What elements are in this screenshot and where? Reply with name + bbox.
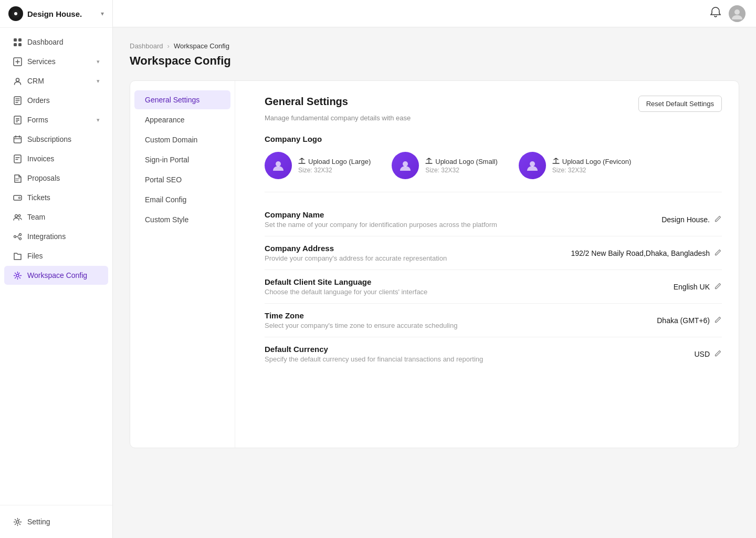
config-nav-email-config[interactable]: Email Config <box>134 190 230 209</box>
field-company-name: Company Name Set the name of your compan… <box>265 203 722 236</box>
proposals-icon <box>13 173 22 183</box>
sidebar-item-tickets[interactable]: Tickets <box>4 188 108 207</box>
config-nav-portal-seo[interactable]: Portal SEO <box>134 170 230 189</box>
logo-placeholder-large <box>265 152 292 179</box>
config-sidebar-nav: General Settings Appearance Custom Domai… <box>130 81 235 448</box>
logo-upload-small[interactable]: Upload Logo (Small) Size: 32X32 <box>392 152 498 179</box>
config-nav-general-settings[interactable]: General Settings <box>134 90 230 109</box>
field-company-address: Company Address Provide your company's a… <box>265 236 722 270</box>
logo-upload-favicon-size: Size: 32X32 <box>552 167 632 174</box>
content-area: Dashboard › Workspace Config Workspace C… <box>113 27 756 538</box>
sidebar-item-invoices[interactable]: Invoices <box>4 149 108 168</box>
main-content: Dashboard › Workspace Config Workspace C… <box>113 0 756 538</box>
default-currency-edit-icon[interactable] <box>714 349 722 359</box>
sidebar-item-forms[interactable]: Forms ▾ <box>4 110 108 129</box>
forms-icon <box>13 115 22 125</box>
company-address-value: 192/2 New Baily Road,Dhaka, Bangladesh <box>571 249 710 257</box>
services-chevron-icon: ▾ <box>97 58 100 65</box>
sidebar-item-workspace-config-label: Workspace Config <box>27 271 87 280</box>
sidebar-item-proposals[interactable]: Proposals <box>4 169 108 188</box>
company-name-desc: Set the name of your company for identif… <box>265 221 497 229</box>
svg-point-16 <box>18 197 20 199</box>
topbar <box>113 0 756 27</box>
brand-chevron-icon: ▾ <box>101 10 104 17</box>
sidebar-item-crm[interactable]: CRM ▾ <box>4 71 108 90</box>
files-icon <box>13 251 22 261</box>
divider-logo-fields <box>265 192 722 192</box>
section-title: General Settings <box>265 96 348 108</box>
logo-placeholder-small <box>392 152 419 179</box>
company-address-edit-icon[interactable] <box>714 249 722 258</box>
config-nav-appearance[interactable]: Appearance <box>134 110 230 129</box>
sidebar-item-setting[interactable]: Setting <box>4 512 108 531</box>
svg-point-26 <box>276 161 281 167</box>
logo-upload-large-label: Upload Logo (Large) <box>298 158 371 165</box>
sidebar-item-dashboard[interactable]: Dashboard <box>4 33 108 51</box>
svg-rect-4 <box>14 43 17 46</box>
default-currency-desc: Specify the default currency used for fi… <box>265 355 483 363</box>
config-main-content: General Settings Reset Default Settings … <box>248 81 739 448</box>
page-title: Workspace Config <box>130 54 739 68</box>
client-site-language-edit-icon[interactable] <box>714 282 722 292</box>
sidebar-item-services[interactable]: Services ▾ <box>4 52 108 71</box>
logo-upload-favicon-label: Upload Logo (Fevicon) <box>552 158 632 165</box>
sidebar-item-invoices-label: Invoices <box>27 154 54 163</box>
config-nav-sign-in-portal[interactable]: Sign-in Portal <box>134 150 230 169</box>
config-nav-custom-style[interactable]: Custom Style <box>134 210 230 229</box>
brand-logo <box>8 6 23 21</box>
setting-icon <box>13 517 22 526</box>
brand-name: Design House. <box>27 9 97 18</box>
logo-uploads-container: Upload Logo (Large) Size: 32X32 <box>265 152 722 179</box>
company-name-edit-icon[interactable] <box>714 215 722 224</box>
logo-upload-large[interactable]: Upload Logo (Large) Size: 32X32 <box>265 152 371 179</box>
time-zone-value-group: Dhaka (GMT+6) <box>657 316 722 325</box>
svg-point-22 <box>16 274 19 277</box>
sidebar-nav: Dashboard Services ▾ CRM ▾ Orders <box>0 28 112 505</box>
sidebar-item-subscriptions-label: Subscriptions <box>27 135 71 143</box>
sidebar-item-files-label: Files <box>27 252 43 260</box>
sidebar-item-files[interactable]: Files <box>4 246 108 265</box>
sidebar-item-integrations-label: Integrations <box>27 232 66 241</box>
logo-upload-small-label: Upload Logo (Small) <box>425 158 498 165</box>
time-zone-label: Time Zone <box>265 311 457 320</box>
time-zone-edit-icon[interactable] <box>714 316 722 325</box>
breadcrumb-dashboard[interactable]: Dashboard <box>130 42 163 50</box>
company-address-label: Company Address <box>265 244 447 253</box>
crm-icon <box>13 76 22 86</box>
client-site-language-value-group: English UK <box>674 282 722 292</box>
logo-upload-favicon[interactable]: Upload Logo (Fevicon) Size: 32X32 <box>519 152 632 179</box>
notification-bell-icon[interactable] <box>710 6 721 20</box>
svg-point-1 <box>14 12 17 15</box>
svg-rect-12 <box>16 121 18 122</box>
svg-rect-13 <box>14 137 21 143</box>
sidebar-item-workspace-config[interactable]: Workspace Config <box>4 266 108 285</box>
sidebar-item-crm-label: CRM <box>27 77 44 85</box>
section-header: General Settings Reset Default Settings <box>265 96 722 112</box>
sidebar-item-forms-label: Forms <box>27 116 48 124</box>
sidebar-item-team[interactable]: Team <box>4 208 108 226</box>
field-client-site-language: Default Client Site Language Choose the … <box>265 270 722 304</box>
fields-container: Company Name Set the name of your compan… <box>265 203 722 370</box>
invoices-icon <box>13 154 22 163</box>
breadcrumb-current: Workspace Config <box>174 42 229 50</box>
company-logo-title: Company Logo <box>265 134 722 143</box>
sidebar-footer: Setting <box>0 505 112 538</box>
config-nav-custom-domain[interactable]: Custom Domain <box>134 130 230 149</box>
company-address-value-group: 192/2 New Baily Road,Dhaka, Bangladesh <box>571 249 722 258</box>
time-zone-desc: Select your company's time zone to ensur… <box>265 322 457 329</box>
field-time-zone: Time Zone Select your company's time zon… <box>265 304 722 337</box>
svg-rect-10 <box>16 118 19 119</box>
sidebar-item-tickets-label: Tickets <box>27 193 50 202</box>
breadcrumb: Dashboard › Workspace Config <box>130 42 739 50</box>
sidebar-header[interactable]: Design House. ▾ <box>0 0 112 28</box>
sidebar-item-orders[interactable]: Orders <box>4 91 108 110</box>
user-avatar[interactable] <box>729 5 746 22</box>
sidebar-item-subscriptions[interactable]: Subscriptions <box>4 130 108 149</box>
integrations-icon <box>13 232 22 241</box>
sidebar-item-integrations[interactable]: Integrations <box>4 227 108 246</box>
company-name-value-group: Design House. <box>662 215 722 224</box>
svg-point-25 <box>734 9 740 15</box>
logo-upload-small-size: Size: 32X32 <box>425 167 498 174</box>
reset-default-settings-button[interactable]: Reset Default Settings <box>638 96 722 112</box>
svg-rect-14 <box>14 155 21 163</box>
